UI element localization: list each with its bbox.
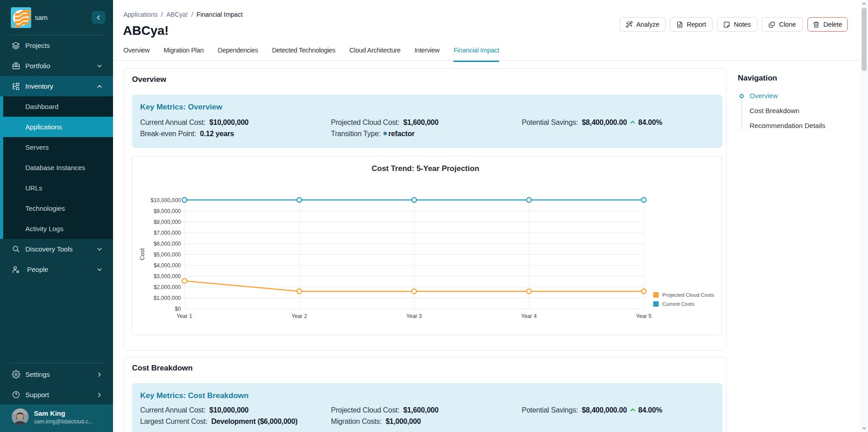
svg-text:$7,000,000: $7,000,000 [154,230,181,236]
svg-text:$9,000,000: $9,000,000 [154,208,181,214]
svg-text:Projected Cloud Costs: Projected Cloud Costs [662,292,714,298]
svg-text:$1,000,000: $1,000,000 [154,295,181,301]
svg-text:$6,000,000: $6,000,000 [154,241,181,247]
svg-text:$3,000,000: $3,000,000 [154,273,181,280]
svg-text:$10,000,000: $10,000,000 [151,197,181,204]
svg-text:$4,000,000: $4,000,000 [154,262,181,269]
svg-text:$0: $0 [175,306,181,312]
svg-text:Year 5: Year 5 [636,313,652,319]
svg-text:Year 2: Year 2 [292,313,307,319]
svg-text:Year 4: Year 4 [521,313,537,319]
svg-text:$8,000,000: $8,000,000 [154,219,181,225]
svg-text:Current Costs: Current Costs [662,301,694,307]
svg-text:Year 1: Year 1 [177,313,193,319]
svg-text:Cost Trend: 5-Year Projection: Cost Trend: 5-Year Projection [372,164,479,173]
svg-text:Cost: Cost [139,248,146,260]
svg-text:Year 3: Year 3 [406,313,422,319]
svg-text:$5,000,000: $5,000,000 [154,252,181,258]
svg-text:$2,000,000: $2,000,000 [154,284,181,290]
